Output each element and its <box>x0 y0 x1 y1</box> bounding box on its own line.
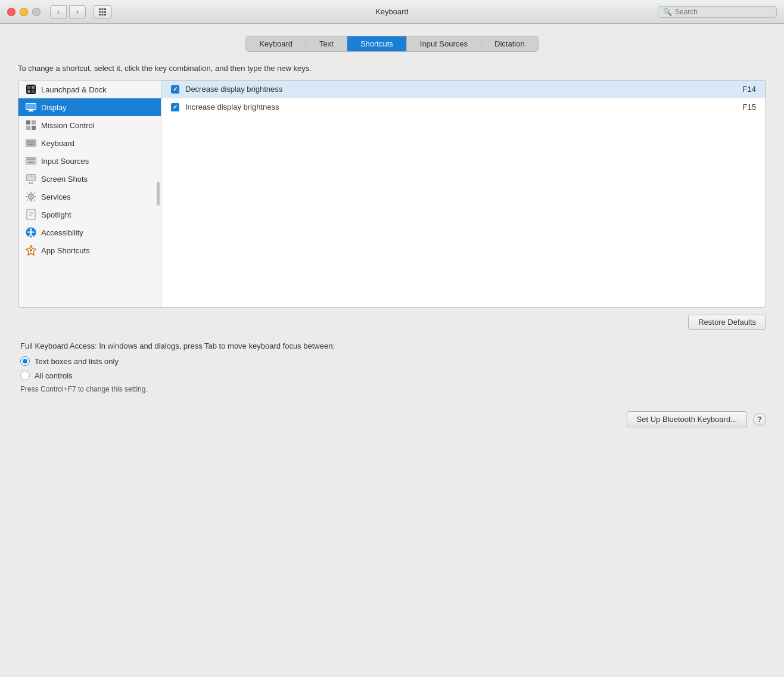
svg-rect-7 <box>102 14 104 15</box>
sidebar-item-services[interactable]: Services <box>18 188 161 206</box>
sidebar-item-display[interactable]: Display <box>18 98 161 116</box>
services-icon <box>26 191 36 202</box>
svg-rect-41 <box>34 159 35 160</box>
back-button[interactable]: ‹ <box>50 5 67 18</box>
svg-rect-13 <box>32 90 35 93</box>
tab-input-sources[interactable]: Input Sources <box>407 36 481 51</box>
shortcut-checkbox-increase[interactable] <box>171 103 179 111</box>
svg-rect-16 <box>29 110 33 111</box>
search-input[interactable] <box>675 8 771 16</box>
svg-rect-11 <box>32 86 35 89</box>
close-button[interactable] <box>7 8 15 16</box>
svg-rect-12 <box>27 90 30 93</box>
radio-row-all-controls[interactable]: All controls <box>20 371 764 380</box>
tab-keyboard[interactable]: Keyboard <box>246 36 306 51</box>
nav-buttons: ‹ › <box>50 5 86 18</box>
svg-rect-42 <box>28 162 34 163</box>
window-title: Keyboard <box>375 7 409 16</box>
svg-rect-38 <box>29 159 30 160</box>
shortcut-description: To change a shortcut, select it, click t… <box>18 64 766 73</box>
bluetooth-keyboard-button[interactable]: Set Up Bluetooth Keyboard... <box>627 411 747 427</box>
svg-rect-19 <box>32 120 36 125</box>
svg-rect-39 <box>30 159 32 160</box>
svg-point-71 <box>30 249 32 251</box>
spotlight-icon <box>26 209 36 220</box>
search-icon: 🔍 <box>663 8 672 16</box>
minimize-button[interactable] <box>20 8 28 16</box>
shortcut-key-decrease: F14 <box>743 85 756 94</box>
svg-rect-8 <box>104 14 106 15</box>
sidebar-item-screen-shots[interactable]: Screen Shots <box>18 170 161 188</box>
svg-rect-58 <box>27 200 29 201</box>
restore-defaults-button[interactable]: Restore Defaults <box>688 315 766 330</box>
svg-rect-27 <box>32 141 33 142</box>
titlebar: ‹ › Keyboard 🔍 <box>0 0 784 24</box>
svg-rect-37 <box>27 159 28 160</box>
tab-dictation[interactable]: Dictation <box>481 36 538 51</box>
launchpad-dock-icon <box>26 84 36 95</box>
display-icon <box>26 102 36 113</box>
svg-rect-25 <box>29 141 30 142</box>
shortcut-row-decrease-brightness[interactable]: Decrease display brightness F14 <box>161 80 766 98</box>
svg-rect-31 <box>30 142 32 144</box>
shortcut-key-increase: F15 <box>743 103 756 111</box>
sidebar-item-spotlight[interactable]: Spotlight <box>18 206 161 223</box>
shortcut-name-decrease: Decrease display brightness <box>185 85 737 94</box>
grid-button[interactable] <box>93 5 112 18</box>
svg-rect-2 <box>104 8 106 10</box>
tab-shortcuts[interactable]: Shortcuts <box>347 36 407 51</box>
radio-text-boxes[interactable] <box>20 356 30 366</box>
svg-point-51 <box>30 196 32 198</box>
svg-rect-1 <box>102 8 104 10</box>
svg-rect-30 <box>29 142 30 144</box>
sidebar-item-label: Launchpad & Dock <box>41 85 107 94</box>
svg-rect-55 <box>35 196 36 197</box>
svg-rect-20 <box>26 126 30 130</box>
keyboard-access-title: Full Keyboard Access: In windows and dia… <box>20 341 764 350</box>
svg-rect-10 <box>27 86 30 89</box>
maximize-button[interactable] <box>32 8 41 16</box>
svg-rect-40 <box>32 159 33 160</box>
svg-rect-57 <box>33 192 35 194</box>
sidebar-item-mission-control[interactable]: Mission Control <box>18 116 161 134</box>
help-button[interactable]: ? <box>753 413 766 426</box>
sidebar-item-accessibility[interactable]: Accessibility <box>18 223 161 241</box>
sidebar-item-label: App Shortcuts <box>41 246 90 255</box>
svg-rect-3 <box>99 11 101 13</box>
radio-all-controls[interactable] <box>20 371 30 380</box>
forward-button[interactable]: › <box>69 5 86 18</box>
keyboard-icon <box>26 138 36 148</box>
svg-rect-34 <box>28 144 34 145</box>
shortcut-checkbox-decrease[interactable] <box>171 85 179 94</box>
svg-rect-28 <box>34 141 35 142</box>
sidebar-item-app-shortcuts[interactable]: App Shortcuts <box>18 241 161 259</box>
sidebar-item-keyboard[interactable]: Keyboard <box>18 134 161 152</box>
svg-rect-24 <box>27 141 28 142</box>
svg-rect-26 <box>30 141 32 142</box>
right-panel: Decrease display brightness F14 Increase… <box>161 80 766 307</box>
svg-rect-53 <box>30 200 32 202</box>
svg-rect-56 <box>27 192 29 194</box>
input-sources-icon <box>26 156 36 166</box>
scrollbar[interactable] <box>157 182 160 206</box>
svg-rect-21 <box>32 126 36 130</box>
sidebar-item-label: Display <box>41 103 67 112</box>
tab-text[interactable]: Text <box>306 36 347 51</box>
radio-label-text-boxes: Text boxes and lists only <box>35 357 119 366</box>
radio-row-text-boxes[interactable]: Text boxes and lists only <box>20 356 764 366</box>
svg-rect-6 <box>99 14 101 15</box>
svg-rect-0 <box>99 8 101 10</box>
sidebar-item-input-sources[interactable]: Input Sources <box>18 152 161 170</box>
svg-rect-18 <box>26 120 30 125</box>
mission-control-icon <box>26 120 36 131</box>
search-box[interactable]: 🔍 <box>658 6 777 18</box>
sidebar-item-label: Mission Control <box>41 121 95 130</box>
sidebar-item-label: Input Sources <box>41 157 89 166</box>
sidebar-item-launchpad-dock[interactable]: Launchpad & Dock <box>18 80 161 98</box>
tabs-container: Keyboard Text Shortcuts Input Sources Di… <box>18 36 766 52</box>
shortcut-row-increase-brightness[interactable]: Increase display brightness F15 <box>161 98 766 116</box>
svg-rect-59 <box>33 200 35 201</box>
main-content: Keyboard Text Shortcuts Input Sources Di… <box>0 24 784 677</box>
sidebar-item-label: Keyboard <box>41 139 74 148</box>
sidebar-list: Launchpad & Dock Display <box>18 80 161 307</box>
